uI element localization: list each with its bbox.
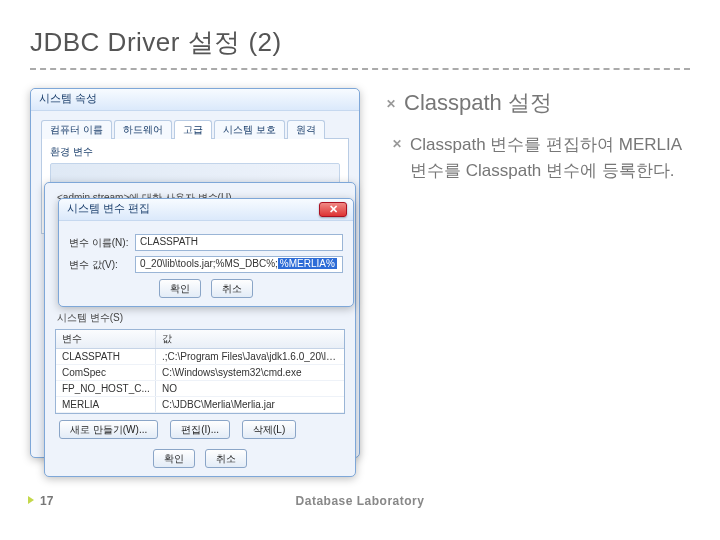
table-row[interactable]: MERLIA C:\JDBC\Merlia\Merlia.jar	[56, 397, 344, 413]
close-icon[interactable]: ✕	[319, 202, 347, 217]
tab-computer-name[interactable]: 컴퓨터 이름	[41, 120, 112, 139]
footer-center-text: Database Laboratory	[296, 494, 425, 508]
new-button[interactable]: 새로 만들기(W)...	[59, 420, 158, 439]
slide-footer: 17 Database Laboratory	[0, 494, 720, 514]
cancel-button[interactable]: 취소	[205, 449, 247, 468]
var-value-highlight: %MERLIA%	[278, 258, 337, 269]
section-body: Classpath 변수를 편집하여 MERLIA변수를 Classpath 변…	[386, 132, 690, 185]
page-number: 17	[40, 494, 53, 508]
slide-title: JDBC Driver 설정 (2)	[30, 25, 690, 60]
tab-strip: 컴퓨터 이름 하드웨어 고급 시스템 보호 원격	[41, 120, 349, 139]
var-value-label: 변수 값(V):	[69, 258, 129, 272]
table-row[interactable]: ComSpec C:\Windows\system32\cmd.exe	[56, 365, 344, 381]
window-title-text: 시스템 속성	[39, 92, 97, 104]
edit-button[interactable]: 편집(I)...	[170, 420, 230, 439]
cell-val: C:\JDBC\Merlia\Merlia.jar	[156, 397, 344, 412]
section-heading: Classpath 설정	[386, 88, 690, 118]
cell-var: MERLIA	[56, 397, 156, 412]
var-name-input[interactable]: CLASSPATH	[135, 234, 343, 251]
cell-var: FP_NO_HOST_C...	[56, 381, 156, 396]
var-name-label: 변수 이름(N):	[69, 236, 129, 250]
tab-system-protection[interactable]: 시스템 보호	[214, 120, 285, 139]
col-variable: 변수	[56, 330, 156, 348]
page-arrow-icon	[28, 496, 34, 504]
var-value-input[interactable]: 0_20\lib\tools.jar;%MS_DBC%;%MERLIA%	[135, 256, 343, 273]
dialog-cancel-button[interactable]: 취소	[211, 279, 253, 298]
env-vars-section-label: 환경 변수	[50, 145, 340, 159]
cell-var: ComSpec	[56, 365, 156, 380]
system-vars-caption: 시스템 변수(S)	[57, 311, 345, 325]
dialog-titlebar: 시스템 변수 편집 ✕	[59, 199, 353, 221]
table-header: 변수 값	[56, 330, 344, 349]
cell-val: C:\Windows\system32\cmd.exe	[156, 365, 344, 380]
system-vars-table[interactable]: 변수 값 CLASSPATH .;C:\Program Files\Java\j…	[55, 329, 345, 414]
table-row[interactable]: FP_NO_HOST_C... NO	[56, 381, 344, 397]
cell-val: .;C:\Program Files\Java\jdk1.6.0_20\lib\…	[156, 349, 344, 364]
cell-var: CLASSPATH	[56, 349, 156, 364]
ok-button[interactable]: 확인	[153, 449, 195, 468]
tab-hardware[interactable]: 하드웨어	[114, 120, 172, 139]
tab-advanced[interactable]: 고급	[174, 120, 212, 139]
col-value: 값	[156, 330, 344, 348]
table-row[interactable]: CLASSPATH .;C:\Program Files\Java\jdk1.6…	[56, 349, 344, 365]
var-value-prefix: 0_20\lib\tools.jar;%MS_DBC%;	[140, 258, 278, 269]
window-titlebar: 시스템 속성	[31, 89, 359, 111]
dialog-ok-button[interactable]: 확인	[159, 279, 201, 298]
title-divider	[30, 68, 690, 70]
cell-val: NO	[156, 381, 344, 396]
screenshot-area: 시스템 속성 컴퓨터 이름 하드웨어 고급 시스템 보호 원격 환경 변수	[30, 88, 360, 185]
edit-variable-dialog: 시스템 변수 편집 ✕ 변수 이름(N): CLASSPATH 변수 값(V):…	[58, 198, 354, 307]
tab-remote[interactable]: 원격	[287, 120, 325, 139]
delete-button[interactable]: 삭제(L)	[242, 420, 296, 439]
dialog-title-text: 시스템 변수 편집	[67, 202, 150, 214]
